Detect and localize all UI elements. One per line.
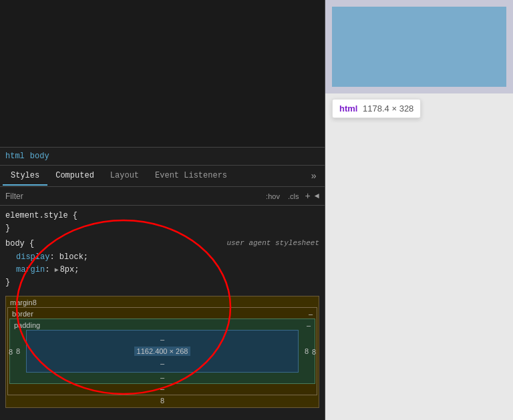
- breadcrumb-bar: html body: [0, 147, 325, 166]
- filter-bar: Filter :hov .cls + ◄: [0, 187, 325, 206]
- body-close-brace: }: [5, 278, 10, 287]
- tab-computed[interactable]: Computed: [47, 167, 102, 186]
- breadcrumb-html[interactable]: html: [5, 152, 25, 161]
- content-box: – 1162.400 × 268 –: [26, 330, 299, 373]
- browser-inner-box: [332, 7, 506, 87]
- top-preview: [0, 0, 325, 147]
- tab-layout[interactable]: Layout: [102, 167, 147, 186]
- element-style-close: }: [5, 224, 10, 233]
- padding-left-value: 8: [13, 347, 23, 355]
- border-label: border: [12, 310, 33, 318]
- body-selector: body {: [5, 239, 34, 248]
- margin-header: margin 8: [7, 298, 317, 307]
- content-dimensions: 1162.400 × 268: [134, 347, 191, 356]
- filter-back-button[interactable]: ◄: [315, 192, 319, 201]
- tooltip-tag: html: [339, 103, 357, 114]
- browser-preview: [325, 0, 513, 93]
- margin-property[interactable]: margin: [16, 265, 45, 274]
- box-model-section: margin 8 border – padding: [5, 296, 319, 408]
- styles-content: element.style { } body { user agent styl…: [0, 206, 325, 420]
- content-row: 8 – 1162.400 × 268 – 8: [11, 330, 313, 373]
- padding-label: padding: [14, 321, 40, 329]
- border-box: border – padding – 8: [7, 307, 317, 395]
- margin-label: margin: [10, 298, 33, 306]
- tab-styles[interactable]: Styles: [3, 167, 47, 186]
- padding-box: padding – 8 – 1162.400 × 268: [9, 319, 315, 384]
- filter-label: Filter: [5, 192, 264, 201]
- margin-right-value: 8: [312, 348, 316, 356]
- display-value: block;: [59, 252, 88, 262]
- margin-bottom-value: 8: [7, 395, 317, 406]
- border-header: border –: [9, 309, 315, 319]
- tab-event-listeners[interactable]: Event Listeners: [147, 167, 235, 186]
- margin-triangle-icon[interactable]: ▶: [55, 266, 59, 274]
- margin-box: margin 8 border – padding: [5, 296, 319, 408]
- element-style-selector: element.style {: [5, 211, 77, 220]
- content-bottom-dash: –: [160, 359, 164, 367]
- element-tooltip: html 1178.4 × 328: [332, 99, 421, 118]
- padding-top-value: –: [307, 321, 311, 329]
- filter-cls-button[interactable]: .cls: [286, 192, 301, 201]
- body-style-rule: body { user agent stylesheet display: bl…: [0, 236, 325, 290]
- padding-bottom-value: –: [11, 373, 313, 382]
- padding-header: padding –: [11, 321, 313, 330]
- filter-hov-button[interactable]: :hov: [264, 192, 282, 201]
- filter-add-button[interactable]: +: [305, 191, 310, 202]
- margin-left-value: 8: [9, 348, 13, 356]
- content-top-dash: –: [160, 335, 164, 343]
- margin-spacer: [37, 298, 315, 306]
- body-source: user agent stylesheet: [226, 238, 319, 250]
- margin-value: 8px;: [60, 265, 79, 274]
- filter-actions: :hov .cls + ◄: [264, 191, 319, 202]
- tab-more[interactable]: »: [306, 168, 322, 184]
- browser-panel: html 1178.4 × 328: [325, 0, 513, 420]
- devtools-panel: html body Styles Computed Layout Event L…: [0, 0, 325, 420]
- padding-right-value: 8: [301, 347, 312, 355]
- element-style-rule: element.style { }: [0, 208, 325, 236]
- border-bottom-value: –: [9, 384, 315, 393]
- breadcrumb-body[interactable]: body: [30, 152, 49, 161]
- border-top-value: –: [309, 310, 313, 318]
- tab-bar: Styles Computed Layout Event Listeners »: [0, 166, 325, 187]
- tooltip-dimensions: 1178.4 × 328: [363, 103, 413, 114]
- display-property[interactable]: display: [16, 252, 49, 262]
